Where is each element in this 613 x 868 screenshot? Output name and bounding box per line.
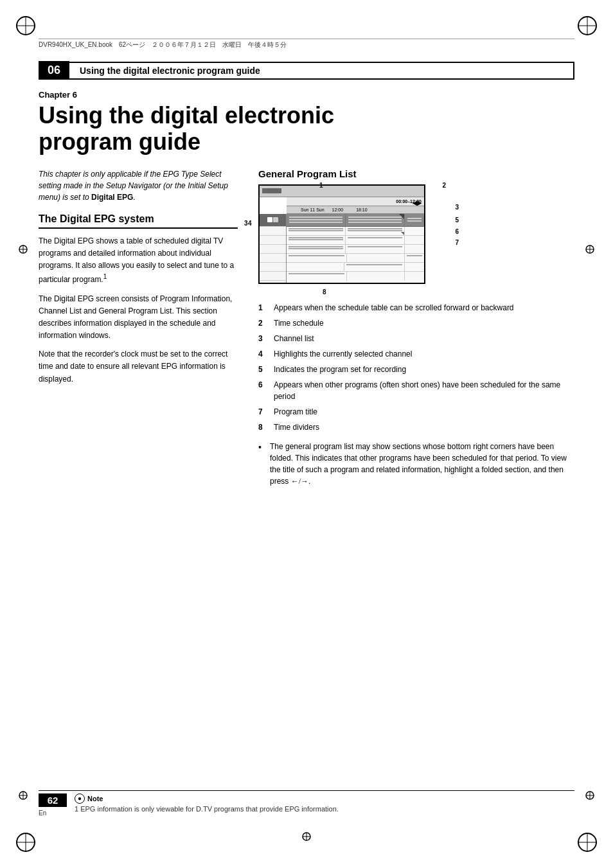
epg-grid-row-5	[287, 254, 424, 263]
crosshair-right-2	[585, 790, 595, 802]
body-para-3: Note that the recorder's clock must be s…	[39, 348, 238, 385]
footnote-sup-1: 1	[103, 273, 107, 280]
diag-label-4-left: 4	[248, 220, 252, 227]
diag-label-1: 1	[319, 182, 323, 189]
ch-row-1	[260, 214, 286, 227]
right-section-title: General Program List	[258, 168, 574, 179]
epg-grid-row-7	[287, 272, 424, 281]
main-content: Chapter 6 Using the digital electronic p…	[39, 90, 574, 490]
diag-label-7: 7	[455, 239, 459, 246]
ch-row-5	[260, 254, 286, 263]
program-title-label: Program title	[274, 406, 317, 418]
right-column: General Program List 00:00–12:00 Sun 11 …	[258, 168, 574, 490]
page-number: 62	[39, 793, 67, 807]
list-item-4: 4Highlights the currently selected chann…	[258, 348, 574, 360]
ch-row-3	[260, 236, 286, 245]
left-column: This chapter is only applicable if the E…	[39, 168, 238, 490]
epg-diagram-wrapper: 00:00–12:00 Sun 11 Sun 12:00 18:10	[258, 184, 451, 284]
chapter-header-title: Using the digital electronic program gui…	[69, 62, 574, 80]
epg-diagram: 00:00–12:00 Sun 11 Sun 12:00 18:10	[258, 184, 425, 284]
reg-mark-br	[574, 829, 600, 855]
reg-mark-tr	[574, 13, 600, 39]
ch-row-6	[260, 263, 286, 272]
two-column-layout: This chapter is only applicable if the E…	[39, 168, 574, 490]
epg-grid-row-1	[287, 214, 424, 227]
left-section-title: The Digital EPG system	[39, 213, 238, 229]
chapter-label: Chapter 6	[39, 90, 574, 100]
numbered-list: 1Appears when the schedule table can be …	[258, 302, 574, 433]
epg-top-element	[262, 188, 281, 193]
reg-mark-bl	[13, 829, 39, 855]
crosshair-bottom-center	[301, 831, 312, 844]
body-para-2: The Digital EPG screen consists of Progr…	[39, 293, 238, 342]
bullet-item-1: The general program list may show sectio…	[258, 441, 574, 487]
list-item-6: 6Appears when other programs (often shor…	[258, 379, 574, 402]
ch-row-7	[260, 272, 286, 281]
epg-channel-col	[260, 214, 287, 283]
arrow-keys: ←/→	[291, 477, 308, 486]
intro-text-bold: Digital EPG	[91, 193, 133, 202]
chapter-heading: Using the digital electronic program gui…	[39, 102, 574, 155]
file-info-text: DVR940HX_UK_EN.book 62ページ ２００６年７月１２日 水曜日…	[39, 41, 287, 48]
bullet-list: The general program list may show sectio…	[258, 441, 574, 487]
diag-label-8: 8	[323, 288, 326, 296]
ch-indicator	[267, 217, 278, 222]
crosshair-right	[585, 244, 595, 256]
epg-sub-time-row: Sun 11 Sun 12:00 18:10	[287, 206, 424, 214]
footer-note-header: ● Note	[75, 793, 574, 804]
chapter-header: 06 Using the digital electronic program …	[39, 61, 574, 80]
reg-mark-tl	[13, 13, 39, 39]
epg-grid-row-4	[287, 245, 424, 254]
list-item-5: 5Indicates the program set for recording	[258, 364, 574, 375]
epg-grid-row-2	[287, 227, 424, 236]
ch-row-2	[260, 227, 286, 236]
intro-paragraph: This chapter is only applicable if the E…	[39, 168, 238, 203]
diag-label-3-left: 3	[244, 220, 248, 227]
list-item-2: 2Time schedule	[258, 317, 574, 329]
list-item-7: 7Program title	[258, 406, 574, 418]
epg-grid-row-6	[287, 263, 424, 272]
recording-indicator	[399, 214, 404, 219]
list-item-3: 3Channel list	[258, 333, 574, 344]
page-lang: En	[39, 810, 46, 817]
big-title-block: Chapter 6 Using the digital electronic p…	[39, 90, 574, 155]
epg-grid-row-3	[287, 236, 424, 245]
epg-time-row: 00:00–12:00	[287, 197, 424, 206]
crosshair-left	[18, 244, 28, 256]
diag-label-2: 2	[442, 182, 446, 189]
intro-text-suffix: .	[133, 193, 135, 202]
diag-label-5: 5	[455, 217, 459, 224]
ch-row-4	[260, 245, 286, 254]
note-icon: ●	[75, 793, 85, 804]
crosshair-left-2	[18, 790, 28, 802]
file-info-bar: DVR940HX_UK_EN.book 62ページ ２００６年７月１２日 水曜日…	[39, 39, 574, 49]
diag-label-3: 3	[455, 204, 459, 211]
diag-scroll-arrows: ◀▶	[413, 200, 422, 206]
note-label: Note	[87, 795, 103, 802]
epg-top-bar	[260, 186, 424, 197]
note-text: 1 EPG information is only viewable for D…	[75, 805, 574, 813]
body-para-1: The Digital EPG shows a table of schedul…	[39, 235, 238, 287]
footer-note-area: ● Note 1 EPG information is only viewabl…	[75, 793, 574, 813]
diag-label-6: 6	[455, 228, 459, 235]
chapter-number: 06	[39, 61, 69, 80]
list-item-1: 1Appears when the schedule table can be …	[258, 302, 574, 314]
epg-grid-area	[287, 214, 424, 283]
list-item-8: 8Time dividers	[258, 421, 574, 433]
footer-left: 62 En	[39, 793, 67, 817]
footer: 62 En ● Note 1 EPG information is only v…	[39, 790, 574, 817]
